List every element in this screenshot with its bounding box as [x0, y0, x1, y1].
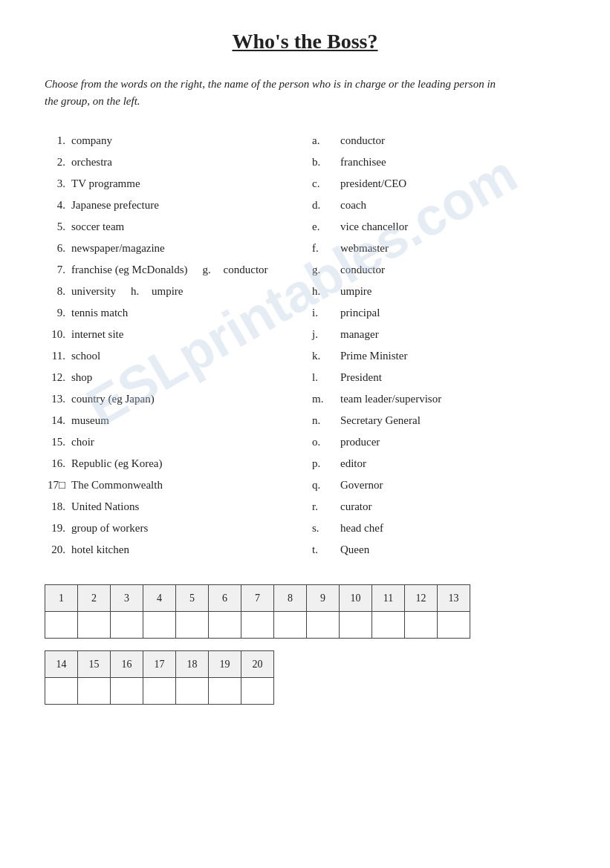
- right-letter: b.: [312, 153, 333, 171]
- right-item: d.coach: [312, 196, 565, 214]
- right-letter: s.: [312, 519, 333, 537]
- answer-cell[interactable]: [209, 678, 241, 705]
- table-header: 2: [78, 585, 111, 612]
- answer-table-1: 12345678910111213: [45, 584, 470, 639]
- right-label: principal: [340, 304, 380, 322]
- right-letter: d.: [312, 196, 333, 214]
- answer-cell[interactable]: [143, 612, 176, 639]
- answer-tables: 12345678910111213 14151617181920: [45, 584, 565, 705]
- answer-cell[interactable]: [111, 678, 143, 705]
- right-label: webmaster: [340, 239, 389, 257]
- right-label: team leader/supervisor: [340, 390, 441, 408]
- table-header: 20: [241, 651, 274, 678]
- list-item: 2.orchestra: [45, 153, 312, 171]
- answer-cell[interactable]: [143, 678, 176, 705]
- list-number: 5.: [45, 218, 65, 235]
- list-item: 17□The Commonwealth: [45, 476, 312, 494]
- table-header: 10: [340, 585, 372, 612]
- right-label: Queen: [340, 541, 369, 558]
- right-item: g.conductor: [312, 261, 565, 278]
- answer-cell[interactable]: [45, 612, 78, 639]
- table-header: 14: [45, 651, 78, 678]
- answer-cell[interactable]: [45, 678, 78, 705]
- table-header: 17: [143, 651, 176, 678]
- answer-cell[interactable]: [176, 612, 209, 639]
- list-label: shop: [71, 368, 92, 386]
- answer-cell[interactable]: [438, 612, 470, 639]
- list-item: 20.hotel kitchen: [45, 541, 312, 558]
- table-header: 15: [78, 651, 111, 678]
- list-item: 16.Republic (eg Korea): [45, 454, 312, 472]
- list-label: franchise (eg McDonalds): [71, 261, 188, 278]
- answer-cell[interactable]: [78, 678, 111, 705]
- list-item: 4.Japanese prefecture: [45, 196, 312, 214]
- list-item: 8.universityh.umpire: [45, 282, 312, 300]
- right-item: k.Prime Minister: [312, 347, 565, 365]
- answer-cell[interactable]: [176, 678, 209, 705]
- right-label: curator: [340, 497, 371, 515]
- inline-letter: h.: [131, 282, 152, 300]
- right-letter: n.: [312, 411, 333, 429]
- right-letter: e.: [312, 218, 333, 235]
- answer-cell[interactable]: [78, 612, 111, 639]
- list-item: 5.soccer team: [45, 218, 312, 235]
- table-header: 6: [209, 585, 241, 612]
- answer-cell[interactable]: [372, 612, 405, 639]
- answer-cell[interactable]: [241, 678, 274, 705]
- right-item: f.webmaster: [312, 239, 565, 257]
- table-header: 13: [438, 585, 470, 612]
- list-number: 16.: [45, 454, 65, 472]
- right-item: j.manager: [312, 325, 565, 343]
- list-item: 12.shop: [45, 368, 312, 386]
- table-header: 8: [274, 585, 307, 612]
- right-column: a.conductorb.franchiseec.president/CEOd.…: [312, 131, 565, 562]
- list-label: The Commonwealth: [71, 476, 163, 494]
- list-number: 6.: [45, 239, 65, 257]
- left-column: 1.company2.orchestra3.TV programme4.Japa…: [45, 131, 312, 562]
- list-item: 18.United Nations: [45, 497, 312, 515]
- right-item: l.President: [312, 368, 565, 386]
- answer-cell[interactable]: [241, 612, 274, 639]
- right-item: m.team leader/supervisor: [312, 390, 565, 408]
- right-letter: p.: [312, 454, 333, 472]
- right-item: b.franchisee: [312, 153, 565, 171]
- right-item: o.producer: [312, 433, 565, 451]
- list-number: 2.: [45, 153, 65, 171]
- right-letter: c.: [312, 174, 333, 192]
- list-number: 11.: [45, 347, 65, 365]
- list-number: 20.: [45, 541, 65, 558]
- inline-label: conductor: [224, 261, 268, 278]
- instructions: Choose from the words on the right, the …: [45, 76, 505, 109]
- right-letter: t.: [312, 541, 333, 558]
- list-number: 19.: [45, 519, 65, 537]
- list-number: 1.: [45, 131, 65, 149]
- list-label: United Nations: [71, 497, 139, 515]
- list-label: tennis match: [71, 304, 128, 322]
- answer-cell[interactable]: [307, 612, 340, 639]
- list-number: 7.: [45, 261, 65, 278]
- list-number: 10.: [45, 325, 65, 343]
- table-header: 12: [405, 585, 438, 612]
- right-letter: m.: [312, 390, 333, 408]
- answer-cell[interactable]: [209, 612, 241, 639]
- list-label: soccer team: [71, 218, 124, 235]
- list-item: 15.choir: [45, 433, 312, 451]
- right-letter: g.: [312, 261, 333, 278]
- answer-cell[interactable]: [111, 612, 143, 639]
- list-item: 10.internet site: [45, 325, 312, 343]
- table-header: 18: [176, 651, 209, 678]
- right-label: Governor: [340, 476, 383, 494]
- right-letter: l.: [312, 368, 333, 386]
- list-number: 14.: [45, 411, 65, 429]
- right-item: c.president/CEO: [312, 174, 565, 192]
- inline-label: umpire: [152, 282, 184, 300]
- answer-cell[interactable]: [274, 612, 307, 639]
- right-label: franchisee: [340, 153, 386, 171]
- right-letter: a.: [312, 131, 333, 149]
- right-label: coach: [340, 196, 366, 214]
- answer-cell[interactable]: [340, 612, 372, 639]
- list-number: 8.: [45, 282, 65, 300]
- list-item: 6.newspaper/magazine: [45, 239, 312, 257]
- answer-cell[interactable]: [405, 612, 438, 639]
- right-letter: q.: [312, 476, 333, 494]
